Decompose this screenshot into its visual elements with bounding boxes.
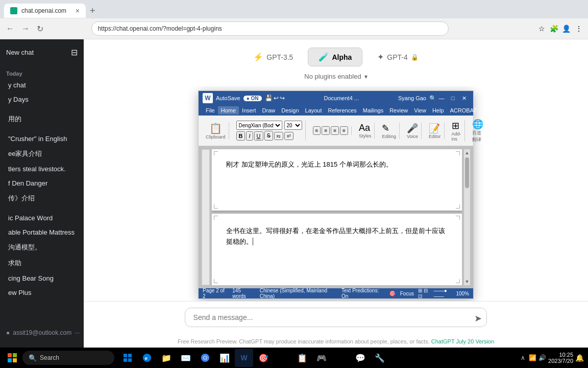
font-family-select[interactable]: DengXian (Body Asian) (236, 121, 282, 130)
scroll-down-arrow[interactable]: ▼ (465, 279, 470, 284)
taskbar-app-widgets[interactable] (118, 349, 137, 367)
taskbar-app-notes[interactable]: 📋 (293, 349, 311, 367)
taskbar-search[interactable]: 🔍 Search (22, 351, 114, 365)
word-page-2[interactable]: 全书在这里。写得很好看，在老金爷作品里大概排不上前五，但是前十应该挺稳的。 (212, 214, 462, 285)
word-minimize-button[interactable]: — (436, 93, 447, 103)
align-right-button[interactable]: ≡ (331, 126, 339, 135)
chat-input[interactable] (185, 308, 487, 327)
sidebar-toggle-button[interactable]: ⊟ (71, 48, 78, 57)
reload-button[interactable]: ↻ (35, 23, 45, 35)
taskbar-app-explorer[interactable]: 📁 (157, 349, 176, 367)
sidebar-item-3[interactable]: "Crusher" in English (2, 132, 82, 146)
footer-more-icon[interactable]: ··· (75, 329, 80, 336)
menu-design[interactable]: Design (278, 106, 302, 114)
menu-file[interactable]: File (203, 106, 218, 114)
new-tab-button[interactable]: + (88, 6, 97, 16)
editing-icon[interactable]: ✎ (382, 123, 396, 134)
address-bar[interactable]: https://chat.openai.com/?model=gpt-4-plu… (91, 21, 449, 36)
taskbar-app-powerpoint[interactable]: 🎯 (254, 349, 273, 367)
menu-references[interactable]: References (325, 106, 360, 114)
italic-button[interactable]: I (246, 131, 253, 141)
word-close-button[interactable]: ✕ (459, 93, 469, 103)
menu-view[interactable]: View (411, 106, 429, 114)
profile-icon[interactable]: 👤 (561, 24, 572, 34)
align-left-button[interactable]: ≡ (313, 126, 321, 135)
taskbar-app-word[interactable]: W (235, 349, 253, 367)
tab-gpt4[interactable]: ✦ GPT-4 🔒 (366, 48, 429, 66)
sidebar-item-mattress[interactable]: able Portable Mattress (2, 225, 82, 239)
start-button[interactable] (4, 350, 20, 366)
scroll-up-arrow[interactable]: ▲ (465, 150, 470, 155)
taskbar-app-wechat[interactable]: 💬 (351, 349, 370, 367)
bookmark-icon[interactable]: ☆ (537, 24, 547, 34)
editor-icon[interactable]: 📝 (429, 123, 441, 134)
menu-insert[interactable]: Insert (239, 106, 259, 114)
word-maximize-button[interactable]: □ (448, 93, 458, 103)
forward-button[interactable]: → (19, 23, 32, 34)
notification-icon[interactable]: 🔔 (575, 354, 584, 362)
word-scrollbar[interactable]: ▲ ▼ (464, 149, 470, 285)
underline-button[interactable]: U (254, 131, 263, 141)
strikethrough-button[interactable]: S̶ (264, 131, 273, 141)
system-tray-icons[interactable]: ∧ (519, 354, 527, 362)
menu-acrobat[interactable]: ACROBAT (447, 106, 480, 114)
align-center-button[interactable]: ≡ (322, 126, 330, 135)
back-button[interactable]: ← (4, 23, 16, 34)
paste-button[interactable]: 📋 (209, 122, 222, 134)
sidebar-item-4[interactable]: ee家具介绍 (2, 146, 82, 162)
zoom-slider[interactable]: ——●—— (434, 288, 452, 299)
menu-mailings[interactable]: Mailings (360, 106, 386, 114)
sidebar-item-help[interactable]: 求助 (2, 256, 82, 271)
send-button[interactable]: ➤ (474, 313, 482, 324)
menu-draw[interactable]: Draw (259, 106, 279, 114)
focus-icon[interactable]: 🎯 (389, 290, 396, 297)
scroll-thumb[interactable] (465, 157, 469, 188)
taskbar-app-extra1[interactable]: 🔧 (371, 349, 389, 367)
tab-alpha[interactable]: 🧪 Alpha (308, 48, 362, 66)
plugins-button[interactable]: No plugins enabled ▾ (304, 73, 367, 80)
sidebar-item-ic-palace[interactable]: ic Palace Word (2, 211, 82, 225)
font-size-select[interactable]: 20 (284, 121, 302, 130)
network-icon[interactable]: 📶 (529, 354, 536, 361)
sidebar-item-plus[interactable]: ew Plus (2, 286, 82, 300)
translate-icon[interactable]: 🌐 (472, 119, 483, 130)
dictate-icon[interactable]: 🎤 (407, 123, 418, 134)
tab-close-button[interactable]: × (76, 7, 80, 14)
taskbar-app-settings[interactable]: ⚙ (332, 349, 350, 367)
menu-layout[interactable]: Layout (302, 106, 325, 114)
superscript-button[interactable]: x² (284, 132, 293, 140)
sidebar-item-6[interactable]: f Den Danger (2, 176, 82, 190)
menu-home[interactable]: Home (218, 106, 239, 114)
taskbar-app-chrome[interactable] (196, 349, 214, 367)
menu-icon[interactable]: ⋮ (574, 24, 584, 34)
extensions-icon[interactable]: 🧩 (549, 24, 559, 34)
new-chat-button[interactable]: New chat (6, 49, 34, 56)
styles-icon[interactable]: Aa (359, 123, 372, 133)
autosave-toggle[interactable]: ● ON (243, 96, 262, 101)
taskbar-app-game[interactable]: 🎮 (312, 349, 331, 367)
taskbar-app-mail[interactable]: ✉️ (177, 349, 195, 367)
sidebar-item-0[interactable]: y chat (2, 78, 82, 92)
active-tab[interactable]: chat.openai.com × (4, 4, 86, 18)
subscript-button[interactable]: x₂ (274, 132, 284, 140)
editing-label[interactable]: Editing ▾ (492, 104, 513, 117)
sidebar-item-1[interactable]: y Days (2, 93, 82, 106)
justify-button[interactable]: ≡ (340, 126, 348, 135)
word-page-1[interactable]: 刚才 加定塑珅元的原义，光近上 1815 个单词那么长的。 (212, 149, 462, 211)
menu-review[interactable]: Review (386, 106, 411, 114)
bold-button[interactable]: B (236, 131, 246, 141)
sidebar-item-5[interactable]: tlers steal livestock. (2, 162, 82, 176)
sidebar-item-2[interactable]: 用的 (2, 111, 82, 127)
menu-help[interactable]: Help (429, 106, 447, 114)
taskbar-app-photos[interactable]: 🖼 (274, 349, 292, 367)
taskbar-app-excel[interactable]: 📊 (215, 349, 234, 367)
volume-icon[interactable]: 🔊 (538, 354, 546, 361)
addins-icon[interactable]: ⊞ (452, 120, 461, 131)
sidebar-item-model[interactable]: 沟通模型。 (2, 240, 82, 255)
sidebar-item-bear[interactable]: cing Bear Song (2, 271, 82, 285)
footer-email[interactable]: ● assit19@outlook.com ··· (6, 326, 78, 339)
tab-gpt35[interactable]: ⚡ GPT-3.5 (242, 48, 304, 66)
disclaimer-link[interactable]: ChatGPT July 20 Version (431, 338, 494, 344)
word-search-icon[interactable]: 🔍 (429, 95, 436, 102)
sidebar-item-7[interactable]: 传》介绍 (2, 191, 82, 206)
